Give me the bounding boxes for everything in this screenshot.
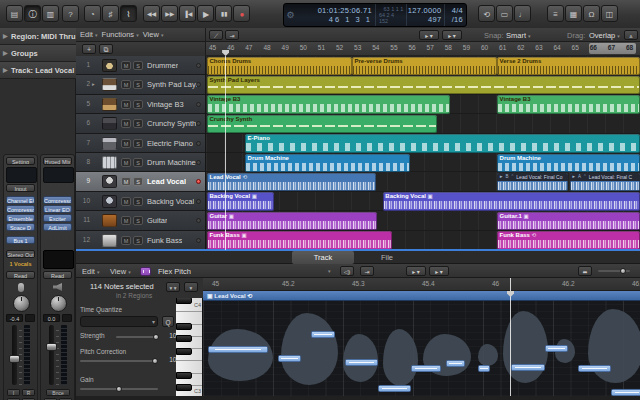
zoom-slider-handle[interactable]	[620, 268, 626, 274]
solo-button[interactable]: S	[133, 61, 143, 70]
midi-out-icon[interactable]: ◁)	[340, 266, 354, 276]
solo-button[interactable]: S	[133, 236, 143, 245]
add-track-button[interactable]: +	[82, 44, 96, 54]
tuner-button[interactable]: ♯	[102, 5, 119, 22]
browsers-button[interactable]: ◫	[601, 5, 618, 22]
solo-button[interactable]: S	[133, 177, 143, 186]
plugin-slot-compressor[interactable]: Compressor	[43, 196, 72, 204]
track-lane-vintage-b3[interactable]	[206, 95, 640, 114]
gain-slider-handle[interactable]	[116, 386, 122, 392]
track-header-vintage-b3[interactable]: 5MSVintage B3	[76, 95, 205, 114]
piano-black-key[interactable]	[176, 298, 192, 304]
flex-pitch-note[interactable]	[578, 365, 611, 372]
mute-button[interactable]: M	[121, 100, 131, 109]
strength-slider-handle[interactable]	[153, 334, 159, 340]
left-click-tool-menu[interactable]: ▸ ▾	[419, 30, 439, 40]
track-header-funk-bass[interactable]: 12MSFunk Bass	[76, 231, 205, 250]
track-lane-synth-pad-layers[interactable]	[206, 75, 640, 94]
bounce-button[interactable]: Bnce	[46, 389, 70, 396]
lcd-display[interactable]: ⚙ 01:01:25:06.71 46 1 3 1 63 1 1 1 64 2 …	[283, 3, 467, 27]
inspector-toggle-button[interactable]: ⓘ	[24, 5, 41, 22]
track-lane-funk-bass[interactable]	[206, 231, 640, 250]
solo-button[interactable]: S	[133, 80, 143, 89]
track-lane-electric-piano[interactable]	[206, 134, 640, 153]
toolbar-toggle-button[interactable]: ▤	[6, 5, 23, 22]
flex-pitch-note[interactable]	[511, 364, 545, 371]
disclosure-triangle-icon[interactable]: ▸	[92, 81, 95, 87]
plugin-slot-compressor[interactable]: Compressor	[6, 205, 35, 213]
flex-icon[interactable]	[140, 267, 151, 276]
piano-black-key[interactable]	[176, 372, 192, 379]
record-enable-dot[interactable]	[196, 121, 201, 126]
zoom-slider[interactable]	[598, 270, 630, 272]
track-lane-drummer[interactable]	[206, 56, 640, 75]
track-header-synth-pad-layers[interactable]: 2▸MSSynth Pad Layers	[76, 75, 205, 94]
mute-button[interactable]: M	[121, 80, 131, 89]
flex-mode-menu[interactable]: Flex Pitch	[158, 267, 191, 276]
autopunch-button[interactable]: ▭	[496, 5, 513, 22]
view-menu[interactable]: View ▾	[143, 30, 164, 39]
play-button[interactable]: ▶	[197, 5, 214, 22]
record-button[interactable]: ●	[233, 5, 250, 22]
track-inspector-header[interactable]: ▶ Track: Lead Vocal	[0, 62, 76, 79]
editor-left-tool-menu[interactable]: ▸ ▾	[406, 266, 426, 276]
record-enable-dot[interactable]	[196, 82, 201, 87]
solo-button[interactable]: S	[133, 216, 143, 225]
editor-divider[interactable]	[76, 249, 640, 251]
editor-beat-ruler[interactable]: 4545.245.345.44646.246.3	[203, 278, 640, 291]
record-enable-dot[interactable]	[196, 160, 201, 165]
input-slot[interactable]: Input	[6, 184, 35, 192]
editor-view-menu[interactable]: View ▾	[110, 267, 131, 276]
volume-fader[interactable]	[9, 355, 20, 363]
flex-pitch-note[interactable]	[208, 346, 268, 353]
track-lane-backing-vocal[interactable]	[206, 192, 640, 211]
record-enable-dot[interactable]	[196, 102, 201, 107]
fader-track[interactable]	[49, 325, 54, 385]
flex-mode-caret-icon[interactable]: ▾	[328, 268, 331, 274]
mute-button[interactable]: M	[121, 158, 131, 167]
input-monitor-button[interactable]: I	[7, 389, 20, 396]
mute-button[interactable]: M	[121, 119, 131, 128]
automation-mode-button[interactable]: Read	[43, 271, 72, 279]
solo-button[interactable]: S	[133, 119, 143, 128]
solo-button[interactable]: S	[133, 100, 143, 109]
track-lane-crunchy-synth[interactable]	[206, 114, 640, 133]
editor-region-bar[interactable]: ▣ Lead Vocal ⟲	[203, 291, 640, 301]
catch-playhead-icon[interactable]: ⇥	[225, 30, 239, 40]
goto-begin-button[interactable]: ▐◀	[179, 5, 196, 22]
editor-edit-menu[interactable]: Edit ▾	[82, 267, 100, 276]
note-edit-button[interactable]: ▾ ▾	[166, 282, 180, 292]
flex-pitch-note[interactable]	[411, 365, 441, 372]
piano-black-key[interactable]	[176, 348, 192, 355]
cycle-button[interactable]: ⟲	[478, 5, 495, 22]
track-header-drum-machine[interactable]: 8MSDrum Machine	[76, 153, 205, 172]
snap-menu[interactable]: Smart ▾	[506, 31, 531, 40]
piano-black-key[interactable]	[176, 384, 192, 391]
pan-knob[interactable]	[50, 295, 67, 312]
plugin-slot-linear-eq[interactable]: Linear EQ	[43, 205, 72, 213]
strength-slider[interactable]	[116, 336, 158, 338]
lcd-gear-icon[interactable]: ⚙	[284, 4, 297, 26]
track-lane-drum-machine[interactable]	[206, 153, 640, 172]
mute-button[interactable]: M	[121, 139, 131, 148]
note-pads-button[interactable]: ▦	[565, 5, 582, 22]
record-enable-dot[interactable]	[196, 179, 201, 184]
apple-loops-button[interactable]: Ω	[583, 5, 600, 22]
flex-pitch-field[interactable]	[203, 301, 640, 396]
plugin-slot-adlimit[interactable]: AdLimit	[43, 223, 72, 231]
track-lane-lead-vocal[interactable]	[206, 172, 640, 191]
editor-command-tool-menu[interactable]: ▸ ▾	[429, 266, 449, 276]
plugin-slot-ensemble[interactable]: Ensemble	[6, 214, 35, 222]
track-header-lead-vocal[interactable]: 9MSLead Vocal	[76, 172, 205, 191]
pitch-correction-slider[interactable]	[80, 360, 158, 362]
eq-thumbnail[interactable]	[6, 167, 37, 183]
metronome-button[interactable]: ♩	[514, 5, 531, 22]
count-in-button[interactable]: ◔	[84, 5, 101, 22]
record-enable-dot[interactable]	[196, 199, 201, 204]
flex-pitch-note[interactable]	[345, 359, 378, 366]
pitch-correction-slider-handle[interactable]	[152, 358, 158, 364]
volume-fader[interactable]	[46, 343, 57, 351]
region-inspector-header[interactable]: ▶ Region: MIDI Thru	[0, 28, 76, 45]
quantize-apply-button[interactable]: Q	[162, 316, 174, 327]
bar-ruler[interactable]: 4546474849505152535455565758596061626364…	[205, 42, 640, 56]
